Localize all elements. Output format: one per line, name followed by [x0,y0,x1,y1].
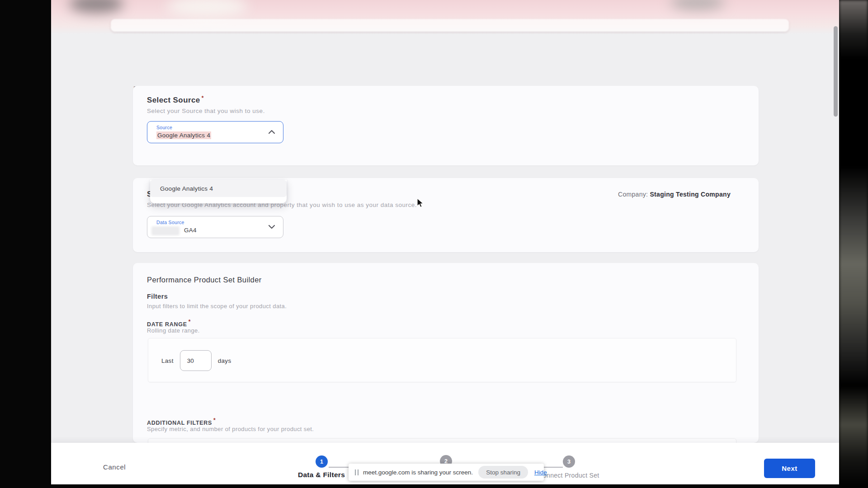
date-range-suffix: days [218,357,231,364]
screen-share-capture: Performance Product Sets Lauren_PPS_Demo… [0,0,868,488]
blurred-browser-chrome [51,0,839,34]
source-dropdown-option[interactable]: Google Analytics 4 [150,180,287,197]
company-line: Company: Staging Testing Company [618,191,731,198]
blurred-toolbar [111,19,789,32]
source-select-field[interactable]: Source Google Analytics 4 [147,121,283,143]
blur-artifact [670,0,725,10]
required-asterisk: * [189,319,191,325]
cancel-button[interactable]: Cancel [103,463,126,471]
additional-filters-description: Specify metric, and number of products f… [147,426,314,432]
page-body: Performance Product Sets Lauren_PPS_Demo… [51,34,839,443]
scrollbar-thumb[interactable] [834,26,838,117]
shared-browser-screen: Performance Product Sets Lauren_PPS_Demo… [51,0,839,484]
meet-background-blur [839,0,868,488]
mouse-cursor [415,197,425,208]
data-source-field-value: GA4 [184,227,197,234]
filters-heading: Filters [147,293,168,300]
date-range-row: Last days [161,350,231,371]
select-source-heading-text: Select Source [147,96,200,104]
data-source-field-label: Data Source [156,220,184,225]
chevron-up-icon[interactable] [268,129,276,135]
pause-icon [355,469,359,475]
date-range-label: DATE RANGE* [147,319,191,328]
blur-artifact [166,0,248,17]
hide-banner-link[interactable]: Hide [534,469,547,476]
additional-filters-label-text: ADDITIONAL FILTERS [147,420,212,426]
company-label: Company: [618,191,648,198]
stop-sharing-button[interactable]: Stop sharing [478,466,528,479]
step-3-circle[interactable]: 3 [563,455,575,468]
source-field-value: Google Analytics 4 [156,132,211,139]
required-asterisk: * [213,417,216,423]
date-range-panel: Last days [148,338,736,382]
select-source-heading: Select Source* [147,95,204,105]
source-dropdown-menu: Google Analytics 4 [150,180,287,203]
chevron-down-icon[interactable] [268,224,276,230]
builder-heading: Performance Product Set Builder [147,276,262,284]
step-1-circle[interactable]: 1 [316,455,328,468]
date-range-days-input[interactable] [180,350,212,371]
filters-description: Input filters to limit the scope of your… [147,303,287,310]
meet-share-banner: meet.google.com is sharing your screen. … [349,464,544,481]
additional-filters-panel-partial [148,438,736,443]
source-field-label: Source [156,125,172,130]
next-button[interactable]: Next [764,459,815,478]
builder-card: Performance Product Set Builder Filters … [133,263,759,443]
date-range-prefix: Last [161,357,174,364]
company-value: Staging Testing Company [650,191,731,198]
selected-text-highlight: Google Analytics 4 [156,131,211,139]
date-range-description: Rolling date range. [147,327,200,334]
share-banner-message: meet.google.com is sharing your screen. [363,469,473,476]
required-asterisk: * [202,95,204,101]
select-source-description: Select your Source that you wish to use. [147,108,265,114]
select-source-card: Select Source* Select your Source that y… [133,86,759,165]
additional-filters-label: ADDITIONAL FILTERS* [147,417,216,426]
blur-artifact [69,0,123,13]
data-source-select-field[interactable]: Data Source GA4 [147,216,283,238]
redacted-account-name [151,226,179,235]
date-range-label-text: DATE RANGE [147,321,187,328]
